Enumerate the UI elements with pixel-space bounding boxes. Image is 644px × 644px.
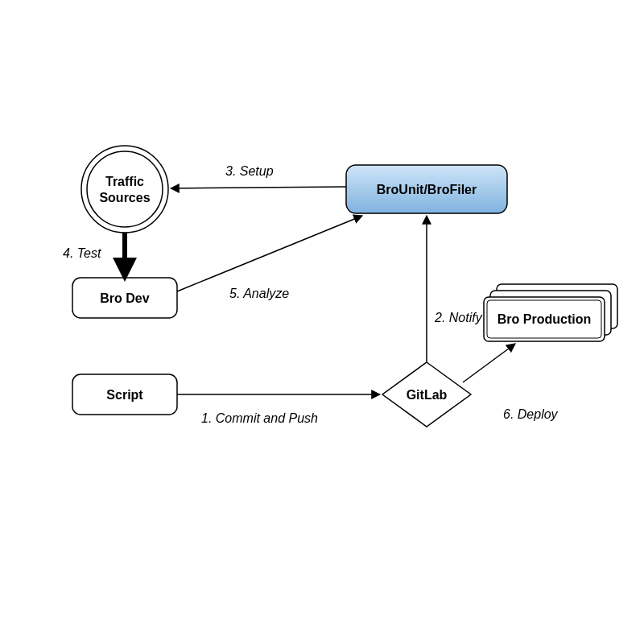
script-label: Script — [106, 388, 143, 402]
svg-point-1 — [87, 151, 163, 227]
svg-line-12 — [177, 216, 362, 291]
node-traffic-sources: Traffic Sources — [81, 146, 168, 233]
svg-line-11 — [171, 187, 346, 188]
edge-commit-label: 1. Commit and Push — [201, 411, 318, 425]
diagram-canvas: Traffic Sources BroUnit/BroFiler Bro Dev… — [0, 0, 644, 644]
gitlab-label: GitLab — [407, 388, 448, 402]
traffic-sources-label-1: Traffic — [105, 175, 144, 188]
edge-analyze-label: 5. Analyze — [229, 287, 289, 300]
node-gitlab: GitLab — [382, 362, 471, 427]
edge-test: 4. Test — [63, 233, 125, 272]
traffic-sources-label-2: Sources — [99, 191, 150, 204]
edge-deploy-label: 6. Deploy — [503, 407, 559, 421]
edge-notify-label: 2. Notify — [434, 311, 483, 324]
svg-line-15 — [463, 344, 515, 382]
edge-commit: 1. Commit and Push — [177, 394, 380, 425]
bro-dev-label: Bro Dev — [100, 291, 149, 305]
node-script: Script — [72, 374, 177, 415]
node-brounit-brofiler: BroUnit/BroFiler — [346, 165, 507, 213]
edge-notify: 2. Notify — [427, 216, 483, 362]
edge-setup-label: 3. Setup — [225, 164, 274, 178]
edge-test-label: 4. Test — [63, 246, 101, 260]
node-bro-dev: Bro Dev — [72, 278, 177, 318]
node-bro-production: Bro Production — [484, 284, 617, 341]
brounit-label: BroUnit/BroFiler — [377, 183, 477, 196]
edge-analyze: 5. Analyze — [177, 216, 362, 300]
edge-setup: 3. Setup — [171, 164, 346, 188]
bro-production-label: Bro Production — [497, 312, 591, 326]
edge-deploy: 6. Deploy — [463, 344, 559, 421]
